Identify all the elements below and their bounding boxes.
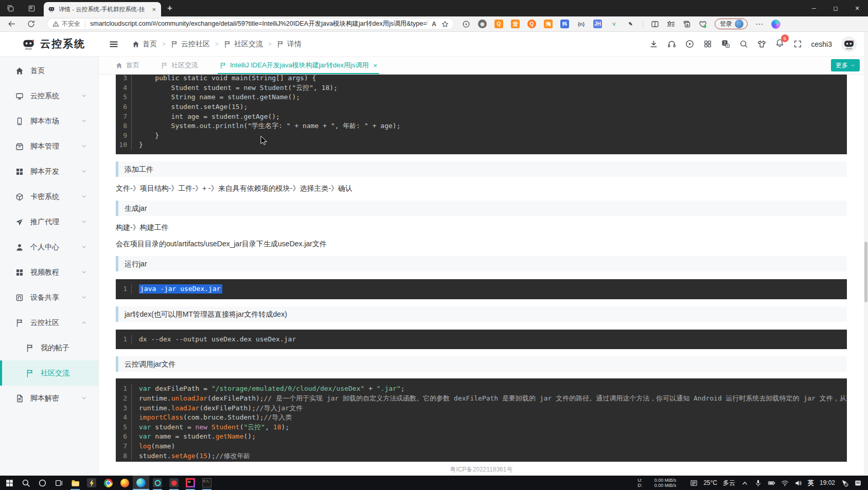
intellij-idea[interactable]: IJ [182, 476, 199, 490]
sidebar-item[interactable]: 设备共享 [0, 285, 98, 310]
breadcrumb-item[interactable]: 社区交流 [224, 40, 263, 49]
address-bar[interactable]: 不安全 smartcloudscript.com/#/community/exc… [47, 18, 454, 30]
search-icon[interactable] [739, 40, 748, 48]
browser-menu-icon[interactable]: ⋯ [755, 20, 764, 29]
back-icon[interactable] [7, 20, 16, 28]
new-tab-button[interactable]: + [167, 3, 172, 13]
emulator-app[interactable] [149, 476, 166, 490]
weather-temperature[interactable]: 25°C [703, 479, 717, 486]
battery-icon[interactable] [768, 479, 775, 487]
sidebar-item[interactable]: 首页 [0, 58, 98, 83]
tracking-prevention-icon[interactable] [462, 20, 470, 28]
dou-extension-icon[interactable]: 抖 [560, 20, 569, 28]
network-icon[interactable] [781, 479, 789, 487]
page-tab[interactable]: IntelliJ IDEA开发java模块构建jar转dex用js调用× [220, 57, 377, 74]
tao-extension-icon[interactable]: 淘 [544, 20, 553, 28]
media-extension-icon[interactable]: ◉ [478, 20, 487, 28]
sidebar-item[interactable]: 推广代理 [0, 209, 98, 234]
maximize-button[interactable]: ◻ [825, 0, 846, 16]
tab-actions-icon[interactable] [28, 5, 36, 12]
language-icon[interactable]: 文A [721, 40, 730, 48]
cortana-button[interactable] [34, 476, 50, 490]
code-token: var [139, 385, 151, 392]
sidebar-item[interactable]: 脚本开发 [0, 159, 98, 184]
fullscreen-icon[interactable] [793, 40, 802, 48]
browser-tab-close-icon[interactable]: × [151, 6, 157, 13]
read-aloud-icon[interactable]: A [432, 21, 436, 28]
news-widget-icon[interactable] [690, 479, 698, 487]
windows-start-icon [5, 479, 14, 487]
intellij-logo-text: IJ [187, 480, 193, 486]
more-button[interactable]: 更多 [831, 59, 860, 71]
collections-icon[interactable] [683, 20, 691, 28]
sidebar-item[interactable]: 脚本市场 [0, 108, 98, 134]
url-text[interactable]: smartcloudscript.com/#/community/exchang… [90, 20, 428, 28]
volume-icon[interactable] [794, 479, 802, 487]
code-token: var [139, 423, 151, 431]
sidebar-item[interactable]: 个人中心 [0, 234, 98, 260]
clock[interactable]: 19:02 [820, 479, 835, 486]
page-tab[interactable]: 社区交流 [161, 57, 198, 74]
apps-grid-icon[interactable] [703, 40, 712, 48]
vue-extension-icon[interactable]: V [610, 20, 618, 28]
user-avatar[interactable] [841, 37, 857, 52]
thunder-app[interactable] [83, 476, 100, 490]
eyedropper-extension-icon[interactable]: ✎ [626, 20, 635, 28]
copilot-icon[interactable] [771, 20, 781, 29]
favorites-icon[interactable] [667, 20, 675, 28]
split-screen-icon[interactable] [651, 20, 659, 28]
pen-input-icon[interactable]: 1 [841, 479, 848, 487]
sidebar-item[interactable]: 云控系统 [0, 83, 98, 108]
favorite-star-icon[interactable] [441, 21, 449, 28]
task-view-button[interactable] [50, 476, 67, 490]
sidebar-item[interactable]: 视频教程 [0, 260, 98, 285]
workspaces-icon[interactable] [7, 5, 14, 12]
window-controls: ─ ◻ ✕ [803, 0, 868, 16]
support-headset-icon[interactable] [667, 40, 676, 48]
browser-essentials-icon[interactable] [699, 20, 707, 28]
sidebar-item[interactable]: 脚本管理 [0, 134, 98, 159]
browser-tab[interactable]: 详情 - 云控系统-手机群控系统-挂 × [44, 2, 161, 16]
hidden-icons-chevron[interactable] [741, 479, 749, 487]
microphone-tray-icon[interactable] [754, 479, 762, 487]
close-window-button[interactable]: ✕ [846, 0, 868, 16]
notifications-button[interactable]: 5 [775, 39, 784, 49]
q-search-extension-icon[interactable]: Q [527, 20, 536, 28]
file-explorer[interactable] [67, 476, 83, 490]
collapse-menu-icon[interactable] [109, 40, 118, 49]
breadcrumb-item[interactable]: 云控社区 [171, 40, 210, 49]
terminal-app[interactable]: C:\ [199, 476, 215, 490]
page-tab[interactable]: 首页 [116, 57, 139, 74]
video-play-icon[interactable] [685, 40, 694, 48]
jh-extension-icon[interactable]: JH [593, 20, 602, 28]
sidebar-item[interactable]: 卡密系统 [0, 184, 98, 209]
input-language-indicator[interactable]: 英 [808, 479, 814, 487]
page-tab-close-icon[interactable]: × [373, 62, 377, 69]
minimize-button[interactable]: ─ [803, 0, 825, 16]
edge-app[interactable] [133, 476, 149, 490]
app-logo[interactable]: 云控系统 [22, 37, 85, 51]
braces-extension-icon[interactable]: {n} [577, 20, 586, 28]
sidebar-item[interactable]: 我的帖子 [0, 335, 98, 360]
download-icon[interactable] [649, 40, 658, 48]
page-scrollbar[interactable] [864, 32, 868, 476]
theme-icon[interactable] [757, 40, 766, 48]
q-orange-extension-icon[interactable]: Q [494, 20, 503, 28]
huo-extension-icon[interactable]: 货 [511, 20, 520, 28]
breadcrumb-item[interactable]: 详情 [277, 40, 302, 49]
sidebar-item[interactable]: 脚本解密 [0, 386, 98, 411]
profile-login-button[interactable]: 登录 [715, 19, 748, 29]
recorder-app[interactable] [166, 476, 182, 490]
action-center-icon[interactable] [854, 479, 862, 487]
firefox-app[interactable] [116, 476, 133, 490]
start-button[interactable] [1, 476, 17, 490]
weather-description[interactable]: 多云 [723, 479, 735, 487]
refresh-icon[interactable] [27, 20, 36, 28]
taskbar-search[interactable] [17, 476, 34, 490]
chrome-app[interactable] [100, 476, 116, 490]
username[interactable]: ceshi3 [811, 40, 832, 48]
breadcrumb-item[interactable]: 首页 [132, 40, 157, 49]
scrollbar-thumb[interactable] [864, 242, 867, 302]
sidebar-item[interactable]: 社区交流 [0, 360, 98, 386]
sidebar-item[interactable]: 云控社区 [0, 310, 98, 335]
